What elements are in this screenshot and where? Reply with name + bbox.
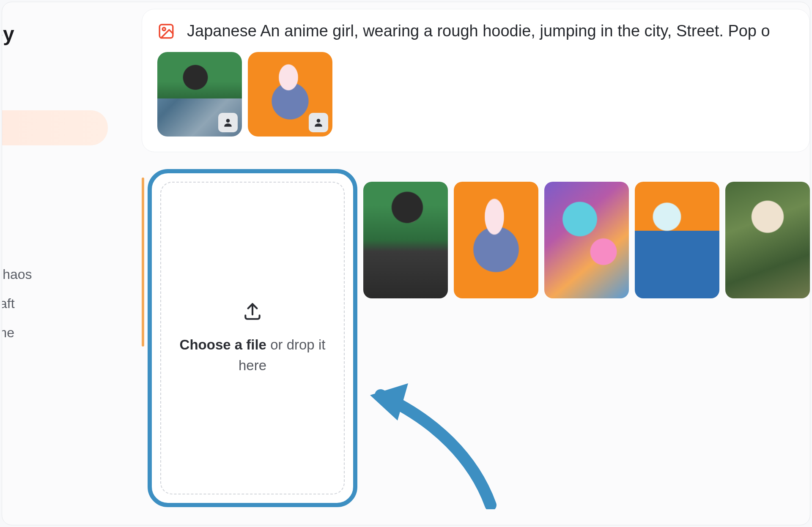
- sidebar-sub-4[interactable]: ly Theme: [2, 318, 108, 347]
- gallery-thumb-2[interactable]: [544, 182, 629, 298]
- svg-point-2: [226, 119, 230, 123]
- upload-dropzone[interactable]: Choose a file or drop it here: [148, 169, 357, 507]
- person-badge-icon: [309, 113, 328, 132]
- svg-point-3: [317, 119, 321, 123]
- sidebar-sub-0[interactable]: at: [2, 202, 108, 231]
- image-icon: [157, 22, 175, 40]
- upload-text-strong: Choose a file: [180, 337, 266, 352]
- person-badge-icon: [218, 113, 238, 132]
- prompt-text[interactable]: Japanese An anime girl, wearing a rough …: [187, 22, 770, 40]
- sidebar-item-footer[interactable]: ks: [2, 389, 108, 424]
- brand-title: urney: [2, 22, 108, 71]
- upload-text: Choose a file or drop it here: [161, 334, 344, 376]
- sidebar: urney lore ate ganize at p neral Chaos m…: [2, 2, 108, 429]
- prompt-thumbs: [157, 52, 794, 137]
- upload-inner: Choose a file or drop it here: [160, 182, 345, 494]
- prompt-row: Japanese An anime girl, wearing a rough …: [157, 22, 794, 40]
- svg-point-1: [162, 27, 165, 30]
- sidebar-sub-3[interactable]: mpt Craft: [2, 289, 108, 318]
- sidebar-sub-5[interactable]: wbies: [2, 347, 108, 377]
- prompt-thumb-0[interactable]: [157, 52, 242, 137]
- sidebar-item-explore[interactable]: lore: [2, 71, 108, 106]
- gallery-thumb-1[interactable]: [454, 182, 538, 298]
- gallery-thumb-0[interactable]: [363, 182, 448, 298]
- main-content: Japanese An anime girl, wearing a rough …: [142, 9, 810, 525]
- gallery-row: Choose a file or drop it here: [142, 169, 810, 507]
- prompt-card: Japanese An anime girl, wearing a rough …: [142, 9, 810, 152]
- app-viewport: urney lore ate ganize at p neral Chaos m…: [2, 2, 810, 525]
- prompt-thumb-1[interactable]: [248, 52, 332, 137]
- gallery-thumb-3[interactable]: [635, 182, 719, 298]
- sidebar-sub-2[interactable]: neral Chaos: [2, 260, 108, 289]
- sidebar-item-create[interactable]: ate: [2, 110, 108, 145]
- sidebar-item-organize[interactable]: ganize: [2, 150, 108, 185]
- gallery-thumb-4[interactable]: [725, 182, 810, 298]
- accent-bar: [142, 177, 144, 347]
- upload-icon: [242, 300, 263, 322]
- sidebar-sub-1[interactable]: p: [2, 231, 108, 260]
